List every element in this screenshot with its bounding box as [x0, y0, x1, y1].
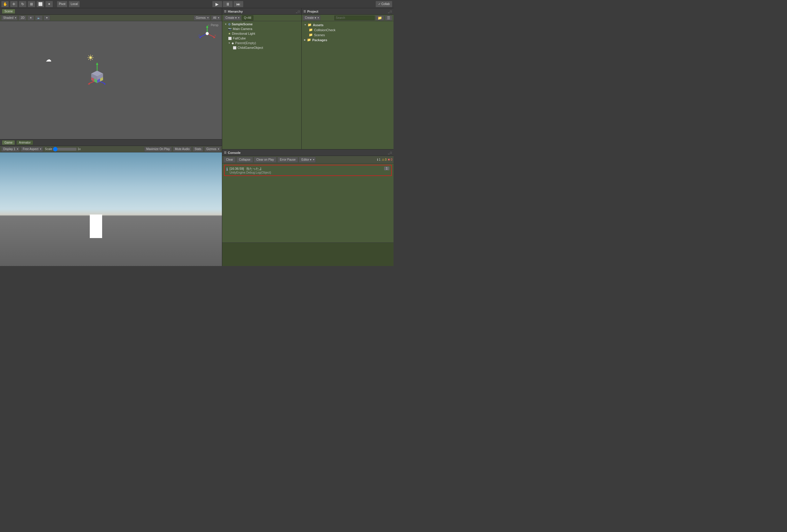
gizmos-dropdown[interactable]: Gizmos [194, 15, 210, 21]
project-create-btn[interactable]: Create ▾ [303, 15, 320, 21]
hierarchy-scene-root[interactable]: ▼ ⊙ SampleScene [222, 22, 301, 26]
transform-tool-btn[interactable]: ✦ [45, 1, 53, 7]
maximize-on-play-btn[interactable]: Maximize On Play [144, 147, 172, 152]
play-btn[interactable]: ▶ [212, 1, 222, 7]
project-folder-btn[interactable]: 📁 [376, 15, 384, 21]
console-title-label: Console [228, 151, 240, 154]
svg-marker-11 [96, 62, 98, 65]
svg-text:Y: Y [208, 25, 210, 26]
assets-label: Assets [313, 23, 323, 27]
hierarchy-item-parent-empty[interactable]: ▼ ◆ Parent(Empty) [222, 41, 301, 45]
console-panel: ☰ Console _ □ Clear Collapse Clear on Pl… [222, 149, 394, 266]
hierarchy-child-label: ChildGameObject [237, 46, 263, 49]
game-canvas [0, 152, 222, 266]
project-list-btn[interactable]: ☰ [385, 15, 392, 21]
hierarchy-scene-name: SampleScene [232, 22, 253, 26]
console-log-text: [16:36:59] 当たったよ UnityEngine.Debug:Log(O… [230, 167, 382, 174]
pivot-btn[interactable]: Pivot [57, 1, 67, 7]
console-title-icon: ☰ [224, 151, 227, 154]
step-btn[interactable]: ⏭ [233, 1, 243, 7]
top-right: ☰ Hierarchy _ □ Create ▾ Q+All ▼ ⊙ [222, 8, 394, 149]
aspect-dropdown[interactable]: Free Aspect [21, 147, 43, 152]
console-content: ℹ [16:36:59] 当たったよ UnityEngine.Debug:Log… [222, 164, 394, 242]
2d-btn[interactable]: 2D [19, 15, 26, 21]
project-packages[interactable]: ▶ 📁 Packages [304, 37, 391, 42]
top-toolbar: ✋ ✛ ↻ ⊞ ⬜ ✦ Pivot Local ▶ ⏸ ⏭ ✓ Collab [0, 0, 394, 8]
project-min-btn[interactable]: _ [388, 10, 390, 13]
right-panel: ☰ Hierarchy _ □ Create ▾ Q+All ▼ ⊙ [222, 8, 394, 266]
log-count-badge: ℹ 1 [377, 158, 381, 161]
scene-canvas: Y X Z Persp ☀ ☁ [0, 21, 222, 139]
light-toggle-btn[interactable]: ☀ [27, 15, 34, 21]
parent-expand-arrow: ▼ [228, 42, 231, 44]
move-tool-btn[interactable]: ✛ [10, 1, 18, 7]
rect-tool-btn[interactable]: ⬜ [37, 1, 44, 7]
hierarchy-item-directional-light[interactable]: ☀ Directional Light [222, 31, 301, 36]
project-max-btn[interactable]: □ [390, 10, 392, 13]
hierarchy-title-label: Hierarchy [228, 10, 243, 13]
hierarchy-item-main-camera[interactable]: 📷 Main Camera [222, 26, 301, 31]
hierarchy-item-fallcube[interactable]: ⬜ FallCube [222, 36, 301, 41]
project-search-input[interactable] [334, 16, 375, 20]
stats-btn[interactable]: Stats [192, 147, 204, 152]
shading-dropdown[interactable]: Shaded [1, 15, 18, 21]
hierarchy-search-btn[interactable]: Q+All [242, 15, 253, 21]
fx-toggle-btn[interactable]: ✦ [44, 15, 50, 21]
scene-tab[interactable]: Scene [2, 9, 15, 14]
console-clear-btn[interactable]: Clear [224, 157, 236, 163]
scene-persp-label: Persp [211, 24, 218, 27]
console-error-pause-btn[interactable]: Error Pause [277, 157, 298, 163]
hierarchy-parent-label: Parent(Empty) [235, 41, 256, 45]
scale-value: 1x [78, 147, 81, 151]
console-log-entry-0[interactable]: ℹ [16:36:59] 当たったよ UnityEngine.Debug:Log… [224, 165, 392, 176]
console-max-btn[interactable]: □ [390, 151, 392, 154]
assets-expand-arrow: ▼ [304, 24, 306, 26]
all-dropdown[interactable]: All [211, 15, 221, 21]
separator-1 [55, 1, 55, 7]
console-header: ☰ Console _ □ [222, 149, 394, 156]
display-dropdown[interactable]: Display 1 [1, 147, 20, 152]
project-title-label: Project [307, 10, 318, 13]
warn-count-badge: ⚠ 0 [382, 158, 387, 161]
console-detail [222, 242, 394, 266]
hierarchy-item-child-gameobject[interactable]: ⬜ ChildGameObject [222, 45, 301, 50]
console-collapse-btn[interactable]: Collapse [236, 157, 253, 163]
game-gizmos-dropdown[interactable]: Gizmos [204, 147, 221, 152]
game-tab[interactable]: Game [2, 140, 15, 145]
log-count: 1 [379, 158, 381, 161]
hierarchy-max-btn[interactable]: □ [298, 10, 300, 13]
hierarchy-content: ▼ ⊙ SampleScene 📷 Main Camera ☀ Directio… [222, 21, 301, 149]
project-title-icon: ☰ [303, 10, 306, 13]
project-scenes[interactable]: 📁 Scenes [304, 33, 391, 37]
pause-btn[interactable]: ⏸ [223, 1, 233, 7]
hierarchy-min-btn[interactable]: _ [296, 10, 298, 13]
error-count: 0 [390, 158, 392, 161]
hierarchy-create-btn[interactable]: Create ▾ [224, 15, 241, 21]
scale-container: Scale 1x [44, 147, 81, 151]
project-collision-check[interactable]: 📁 CollisionCheck [304, 27, 391, 33]
scale-label: Scale [45, 147, 52, 151]
mute-audio-btn[interactable]: Mute Audio [173, 147, 192, 152]
rotate-tool-btn[interactable]: ↻ [19, 1, 26, 7]
game-header: Game Animator [0, 140, 222, 146]
main-content: Scene Shaded 2D ☀ 🔈 ✦ Gizmos All [0, 8, 394, 266]
audio-toggle-btn[interactable]: 🔈 [35, 15, 43, 21]
hand-tool-btn[interactable]: ✋ [1, 1, 9, 7]
console-log-icon: ℹ [226, 167, 228, 172]
animator-tab[interactable]: Animator [16, 140, 33, 145]
packages-expand-arrow: ▶ [304, 39, 306, 41]
svg-marker-15 [104, 82, 106, 85]
console-min-btn[interactable]: _ [388, 151, 390, 154]
console-log-message: 当たったよ [246, 167, 262, 170]
cloud-icon: ☁ [46, 56, 51, 63]
collab-btn[interactable]: ✓ Collab [376, 1, 392, 7]
project-assets-folder[interactable]: ▼ 📁 Assets [304, 22, 391, 27]
console-clear-on-play-btn[interactable]: Clear on Play [254, 157, 277, 163]
scene-view: Scene Shaded 2D ☀ 🔈 ✦ Gizmos All [0, 8, 222, 140]
hierarchy-main-camera-label: Main Camera [233, 27, 252, 30]
scale-slider[interactable] [53, 148, 77, 151]
scale-tool-btn[interactable]: ⊞ [28, 1, 35, 7]
scene-cube[interactable] [85, 62, 109, 92]
console-editor-dropdown[interactable]: Editor ▾ [299, 157, 316, 163]
local-btn[interactable]: Local [69, 1, 80, 7]
